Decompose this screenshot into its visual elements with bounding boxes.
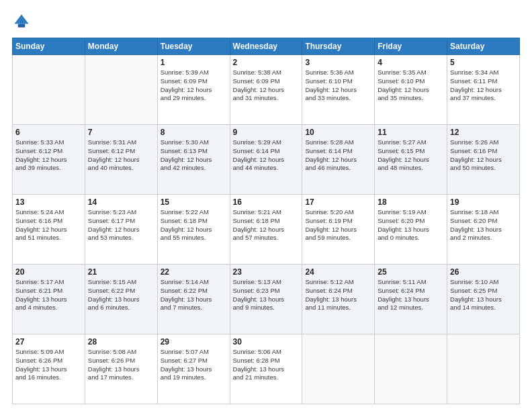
calendar-cell: 29Sunrise: 5:07 AM Sunset: 6:27 PM Dayli… <box>157 334 230 404</box>
day-number: 13 <box>15 197 82 207</box>
day-info: Sunrise: 5:24 AM Sunset: 6:16 PM Dayligh… <box>15 208 82 242</box>
calendar-week-row: 27Sunrise: 5:09 AM Sunset: 6:26 PM Dayli… <box>13 334 520 404</box>
day-number: 6 <box>15 128 82 137</box>
calendar-cell <box>13 55 85 125</box>
day-info: Sunrise: 5:08 AM Sunset: 6:26 PM Dayligh… <box>88 348 154 382</box>
day-number: 19 <box>450 197 517 207</box>
day-info: Sunrise: 5:06 AM Sunset: 6:28 PM Dayligh… <box>233 348 300 382</box>
day-number: 1 <box>161 58 227 67</box>
day-info: Sunrise: 5:23 AM Sunset: 6:17 PM Dayligh… <box>88 208 154 242</box>
day-info: Sunrise: 5:35 AM Sunset: 6:10 PM Dayligh… <box>378 68 444 103</box>
header <box>12 12 520 31</box>
day-number: 25 <box>378 267 444 277</box>
day-number: 2 <box>233 58 300 67</box>
calendar-header-row: SundayMondayTuesdayWednesdayThursdayFrid… <box>13 38 520 55</box>
calendar-cell: 20Sunrise: 5:17 AM Sunset: 6:21 PM Dayli… <box>13 265 85 334</box>
calendar-header-wednesday: Wednesday <box>230 38 302 55</box>
svg-rect-1 <box>18 24 26 28</box>
day-info: Sunrise: 5:31 AM Sunset: 6:12 PM Dayligh… <box>88 138 154 173</box>
calendar-cell: 23Sunrise: 5:13 AM Sunset: 6:23 PM Dayli… <box>230 265 302 334</box>
day-number: 12 <box>450 128 517 137</box>
day-info: Sunrise: 5:28 AM Sunset: 6:14 PM Dayligh… <box>305 138 371 173</box>
calendar-cell: 17Sunrise: 5:20 AM Sunset: 6:19 PM Dayli… <box>302 195 375 265</box>
logo-icon <box>12 12 31 31</box>
calendar-table: SundayMondayTuesdayWednesdayThursdayFrid… <box>12 38 520 404</box>
calendar-cell <box>302 334 375 404</box>
day-info: Sunrise: 5:21 AM Sunset: 6:18 PM Dayligh… <box>233 208 300 242</box>
calendar-cell: 4Sunrise: 5:35 AM Sunset: 6:10 PM Daylig… <box>375 55 447 125</box>
calendar-cell: 5Sunrise: 5:34 AM Sunset: 6:11 PM Daylig… <box>447 55 520 125</box>
calendar-cell: 10Sunrise: 5:28 AM Sunset: 6:14 PM Dayli… <box>302 125 375 195</box>
calendar-week-row: 13Sunrise: 5:24 AM Sunset: 6:16 PM Dayli… <box>13 195 520 265</box>
calendar-cell: 11Sunrise: 5:27 AM Sunset: 6:15 PM Dayli… <box>375 125 447 195</box>
calendar-cell: 24Sunrise: 5:12 AM Sunset: 6:24 PM Dayli… <box>302 265 375 334</box>
calendar-cell: 18Sunrise: 5:19 AM Sunset: 6:20 PM Dayli… <box>375 195 447 265</box>
calendar-cell: 8Sunrise: 5:30 AM Sunset: 6:13 PM Daylig… <box>157 125 230 195</box>
calendar-cell <box>447 334 520 404</box>
day-info: Sunrise: 5:11 AM Sunset: 6:24 PM Dayligh… <box>378 278 444 312</box>
day-number: 28 <box>88 337 154 347</box>
day-number: 7 <box>88 128 154 137</box>
day-number: 26 <box>450 267 517 277</box>
day-info: Sunrise: 5:18 AM Sunset: 6:20 PM Dayligh… <box>450 208 517 242</box>
calendar-cell: 30Sunrise: 5:06 AM Sunset: 6:28 PM Dayli… <box>230 334 302 404</box>
calendar-cell: 13Sunrise: 5:24 AM Sunset: 6:16 PM Dayli… <box>13 195 85 265</box>
calendar-cell: 19Sunrise: 5:18 AM Sunset: 6:20 PM Dayli… <box>447 195 520 265</box>
day-info: Sunrise: 5:17 AM Sunset: 6:21 PM Dayligh… <box>15 278 82 312</box>
calendar-cell: 9Sunrise: 5:29 AM Sunset: 6:14 PM Daylig… <box>230 125 302 195</box>
day-number: 9 <box>233 128 300 137</box>
day-info: Sunrise: 5:12 AM Sunset: 6:24 PM Dayligh… <box>305 278 371 312</box>
calendar-header-saturday: Saturday <box>447 38 520 55</box>
calendar-cell: 12Sunrise: 5:26 AM Sunset: 6:16 PM Dayli… <box>447 125 520 195</box>
logo <box>12 12 34 31</box>
day-number: 27 <box>15 337 82 347</box>
day-number: 3 <box>305 58 371 67</box>
day-info: Sunrise: 5:14 AM Sunset: 6:22 PM Dayligh… <box>161 278 227 312</box>
calendar-header-thursday: Thursday <box>302 38 375 55</box>
day-info: Sunrise: 5:13 AM Sunset: 6:23 PM Dayligh… <box>233 278 300 312</box>
day-info: Sunrise: 5:29 AM Sunset: 6:14 PM Dayligh… <box>233 138 300 173</box>
day-number: 29 <box>161 337 227 347</box>
day-number: 22 <box>161 267 227 277</box>
day-info: Sunrise: 5:19 AM Sunset: 6:20 PM Dayligh… <box>378 208 444 242</box>
day-number: 30 <box>233 337 300 347</box>
calendar-cell: 16Sunrise: 5:21 AM Sunset: 6:18 PM Dayli… <box>230 195 302 265</box>
day-info: Sunrise: 5:09 AM Sunset: 6:26 PM Dayligh… <box>15 348 82 382</box>
calendar-header-friday: Friday <box>375 38 447 55</box>
calendar-cell: 25Sunrise: 5:11 AM Sunset: 6:24 PM Dayli… <box>375 265 447 334</box>
day-info: Sunrise: 5:36 AM Sunset: 6:10 PM Dayligh… <box>305 68 371 103</box>
calendar-cell: 26Sunrise: 5:10 AM Sunset: 6:25 PM Dayli… <box>447 265 520 334</box>
calendar-header-monday: Monday <box>85 38 157 55</box>
day-info: Sunrise: 5:07 AM Sunset: 6:27 PM Dayligh… <box>161 348 227 382</box>
day-info: Sunrise: 5:34 AM Sunset: 6:11 PM Dayligh… <box>450 68 517 103</box>
calendar-cell: 21Sunrise: 5:15 AM Sunset: 6:22 PM Dayli… <box>85 265 157 334</box>
day-number: 4 <box>378 58 444 67</box>
calendar-cell: 7Sunrise: 5:31 AM Sunset: 6:12 PM Daylig… <box>85 125 157 195</box>
day-info: Sunrise: 5:22 AM Sunset: 6:18 PM Dayligh… <box>161 208 227 242</box>
day-number: 24 <box>305 267 371 277</box>
calendar-week-row: 6Sunrise: 5:33 AM Sunset: 6:12 PM Daylig… <box>13 125 520 195</box>
calendar-cell <box>85 55 157 125</box>
calendar-cell: 15Sunrise: 5:22 AM Sunset: 6:18 PM Dayli… <box>157 195 230 265</box>
calendar-cell: 14Sunrise: 5:23 AM Sunset: 6:17 PM Dayli… <box>85 195 157 265</box>
calendar-week-row: 1Sunrise: 5:39 AM Sunset: 6:09 PM Daylig… <box>13 55 520 125</box>
day-number: 14 <box>88 197 154 207</box>
day-info: Sunrise: 5:15 AM Sunset: 6:22 PM Dayligh… <box>88 278 154 312</box>
calendar-header-tuesday: Tuesday <box>157 38 230 55</box>
day-number: 10 <box>305 128 371 137</box>
day-number: 17 <box>305 197 371 207</box>
day-info: Sunrise: 5:10 AM Sunset: 6:25 PM Dayligh… <box>450 278 517 312</box>
day-number: 15 <box>161 197 227 207</box>
day-info: Sunrise: 5:38 AM Sunset: 6:09 PM Dayligh… <box>233 68 300 103</box>
calendar-cell: 22Sunrise: 5:14 AM Sunset: 6:22 PM Dayli… <box>157 265 230 334</box>
day-info: Sunrise: 5:39 AM Sunset: 6:09 PM Dayligh… <box>161 68 227 103</box>
day-number: 16 <box>233 197 300 207</box>
svg-marker-0 <box>15 15 29 24</box>
calendar-cell <box>375 334 447 404</box>
day-info: Sunrise: 5:33 AM Sunset: 6:12 PM Dayligh… <box>15 138 82 173</box>
calendar-cell: 27Sunrise: 5:09 AM Sunset: 6:26 PM Dayli… <box>13 334 85 404</box>
day-number: 11 <box>378 128 444 137</box>
calendar-cell: 28Sunrise: 5:08 AM Sunset: 6:26 PM Dayli… <box>85 334 157 404</box>
page: SundayMondayTuesdayWednesdayThursdayFrid… <box>0 0 532 411</box>
calendar-header-sunday: Sunday <box>13 38 85 55</box>
